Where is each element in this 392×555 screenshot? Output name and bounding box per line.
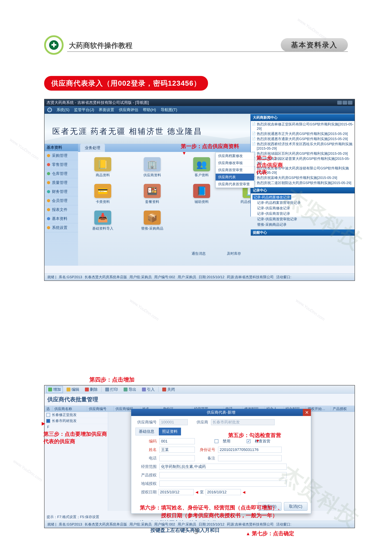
menu-item[interactable]: 导航图(T) xyxy=(161,107,177,112)
menu-item[interactable]: 界面设置 xyxy=(99,107,114,112)
tab-business[interactable]: 业务处理 xyxy=(80,144,105,152)
tab-basic[interactable]: 基础信息 xyxy=(135,428,158,435)
grid-header-cell[interactable]: 供应商编号 xyxy=(87,406,114,411)
status-usercode: 用户编号:002 xyxy=(154,522,175,527)
date-separator: 至 xyxy=(200,489,204,495)
submenu-item[interactable]: 供应商首营审查 xyxy=(216,167,254,174)
phone-input[interactable] xyxy=(160,455,195,461)
status-usergroup: 用户组:采购员 xyxy=(130,275,152,279)
menu-item[interactable]: 系统(S) xyxy=(57,107,69,112)
desk-icon[interactable]: 👥客户资料 xyxy=(182,157,221,177)
toolbar-import-button[interactable]: 引入 xyxy=(140,386,157,393)
table-row[interactable]: 长春市药材批发 xyxy=(44,418,108,424)
tree-item[interactable]: 记录-供应商首营审批记录 xyxy=(253,216,353,222)
submenu-item-rep[interactable]: 供应商代表 xyxy=(216,174,254,181)
tree-item[interactable]: 记录-供应商首营记录 xyxy=(253,211,353,216)
grid-header-cell[interactable]: 产品授权 xyxy=(331,406,355,411)
footer-link[interactable]: 及时库存 xyxy=(227,251,241,257)
date-from-input[interactable]: 2015/10/12 xyxy=(158,489,194,495)
note-input[interactable] xyxy=(218,455,282,461)
idcard-input[interactable]: 220102197705031176 xyxy=(218,447,282,453)
supplier-submenu[interactable]: 供应商档案修改 供应商修改审核 供应商首营审查 供应商代表 供应商代表首营审查 xyxy=(215,152,254,188)
submenu-item[interactable]: 供应商档案修改 xyxy=(216,153,254,160)
toolbar-close-button[interactable]: 关闭 xyxy=(160,386,177,393)
supplier-name: 长春市药材批发 xyxy=(52,418,77,423)
sidebar-item[interactable]: 采购管理 xyxy=(44,151,78,160)
table-row[interactable]: 长春修正堂批发 xyxy=(44,412,108,418)
news-item[interactable]: 热烈庆祝二道区朝阳达大药房GSP软件顺利实施[2015-05-29] xyxy=(252,180,354,185)
news-item[interactable]: 热烈庆祝通惠市正升大药房GSP软件顺利实施[2015-05-29] xyxy=(252,131,354,136)
field-label: 供应商编号 xyxy=(135,420,157,425)
grid-header-cell[interactable]: 选 xyxy=(44,406,53,411)
desk-icon[interactable]: 📘辅助资料 xyxy=(182,184,221,204)
sidebar-item[interactable]: 零售管理 xyxy=(44,160,78,169)
news-item[interactable]: 热烈庆祝通惠市通新大药房GSP软件顺利实施[2015-05-29] xyxy=(252,136,354,141)
main-menubar[interactable]: 系统(S) 监管平台(J) 界面设置 供应商评估 帮助(H) 导航图(T) xyxy=(44,106,355,114)
tree-item[interactable]: 记录-供应商修改记录 xyxy=(253,205,353,211)
code-input[interactable]: 001 xyxy=(160,438,195,444)
area-auth-input[interactable] xyxy=(160,481,287,487)
grid-header-cell[interactable]: 供应商名称 xyxy=(53,406,87,411)
gear-icon[interactable] xyxy=(47,108,52,112)
label: 删除 xyxy=(90,387,98,392)
news-item[interactable]: 热烈庆祝富峰大药房GSP软件顺利实施[2015-05-29] xyxy=(252,175,354,180)
checkbox[interactable] xyxy=(46,413,50,417)
checkbox[interactable] xyxy=(46,419,50,423)
status-company: 药源:吉林省杰贤科技有限公司 xyxy=(227,522,274,527)
submenu-item[interactable]: 供应商修改审核 xyxy=(216,160,254,167)
footer-link[interactable]: 通告消息 xyxy=(192,251,206,257)
date-to-input[interactable]: 2016/10/12 xyxy=(205,489,241,495)
sidebar-item[interactable]: 报表文件 xyxy=(44,205,78,214)
desk-icon[interactable]: 💳卡类资料 xyxy=(83,184,122,204)
product-auth-input[interactable] xyxy=(160,472,287,478)
window-buttons[interactable] xyxy=(337,101,352,105)
tree-item[interactable]: 记录-药品档案首营审批记录 xyxy=(253,200,353,205)
desk-icon[interactable]: 📒商品资料 xyxy=(83,157,122,177)
tree-root[interactable]: 记录-药品档案修改记录 xyxy=(253,195,291,200)
toolbar-print-button[interactable]: 打印 xyxy=(103,386,120,393)
dialog-close-button[interactable]: ✕ xyxy=(303,409,311,416)
desk-icon[interactable]: 📥基础资料导入 xyxy=(83,211,122,231)
disable-checkbox[interactable] xyxy=(215,439,218,443)
sidebar-item[interactable]: 系统设置 xyxy=(44,223,78,232)
sidebar-item-label: 报表文件 xyxy=(52,207,67,212)
sidebar-item-label: 财务管理 xyxy=(52,189,67,194)
submenu-item[interactable]: 供应商代表首营审查 xyxy=(216,181,254,188)
toolbar-delete-button[interactable]: 删除 xyxy=(83,386,100,393)
desk-icon-image: 📘 xyxy=(193,184,210,198)
tree-item[interactable]: 替推-采购商品记录 xyxy=(253,222,353,227)
desk-icon[interactable]: 🏢供应商资料 xyxy=(133,157,172,177)
status-bar: 就绪 | 库名:GSP2013 长春杰贤大药房系统单店版 用户组:采购员 用户编… xyxy=(44,273,355,280)
desk-icon-image: 💳 xyxy=(94,184,111,198)
sidebar-item[interactable]: 质量管理 xyxy=(44,178,78,187)
menu-item[interactable]: 供应商评估 xyxy=(119,107,138,112)
sidebar-item[interactable]: 财务管理 xyxy=(44,187,78,196)
tab-certs[interactable]: 照证资料 xyxy=(159,428,181,435)
desk-icon[interactable]: 📦替推-采购商品 xyxy=(133,211,172,231)
arrow-down-icon: ▼ xyxy=(256,438,260,443)
desk-icon-image: 🏢 xyxy=(144,157,161,171)
status-usergroup: 用户组:采购员 xyxy=(130,522,152,527)
arrow-right-icon: ▶ xyxy=(42,421,45,426)
sidebar-item-label: 系统设置 xyxy=(52,225,67,230)
menu-item[interactable]: 帮助(H) xyxy=(143,107,156,112)
toolbar-add-button[interactable]: 增加 xyxy=(46,386,63,393)
sidebar-item[interactable]: 会员管理 xyxy=(44,196,78,205)
field-label: 禁用 xyxy=(223,438,230,444)
record-tree[interactable]: 记录-药品档案修改记录 记录-药品档案首营审批记录 记录-供应商修改记录 记录-… xyxy=(251,193,355,228)
check-firstbiz-checkbox[interactable] xyxy=(247,439,251,443)
sidebar-item[interactable]: 基本资料 xyxy=(44,214,78,223)
toolbar-export-button[interactable]: 导出 xyxy=(122,386,138,393)
toolbar: 增加 编辑 删除 打印 导出 引入 关闭 xyxy=(44,385,355,394)
sidebar-item[interactable]: 仓库管理 xyxy=(44,169,78,178)
logo-plus-icon: ✚ xyxy=(49,40,59,50)
field-label: 产品授权 xyxy=(135,473,157,478)
news-item[interactable]: 热烈庆祝吉林修正堂医药有限公司GSP软件顺利实施[2015-05-29] xyxy=(252,122,354,131)
toolbar-edit-button[interactable]: 编辑 xyxy=(65,386,81,393)
news-item[interactable]: 热烈庆祝西桥经济技术开发区西桂乐大药房GSP软件顺利实施[2015-05-29] xyxy=(252,141,354,151)
menu-item[interactable]: 监管平台(J) xyxy=(74,107,94,112)
desk-icon[interactable]: 🍱套餐资料 xyxy=(133,184,172,204)
name-input[interactable]: 王某 xyxy=(160,447,195,453)
scope-input[interactable]: 化学药制剂,抗生素,中成药 xyxy=(160,464,287,470)
sidebar: 基本资料 采购管理 零售管理 仓库管理 质量管理 财务管理 会员管理 报表文件 … xyxy=(44,144,78,266)
